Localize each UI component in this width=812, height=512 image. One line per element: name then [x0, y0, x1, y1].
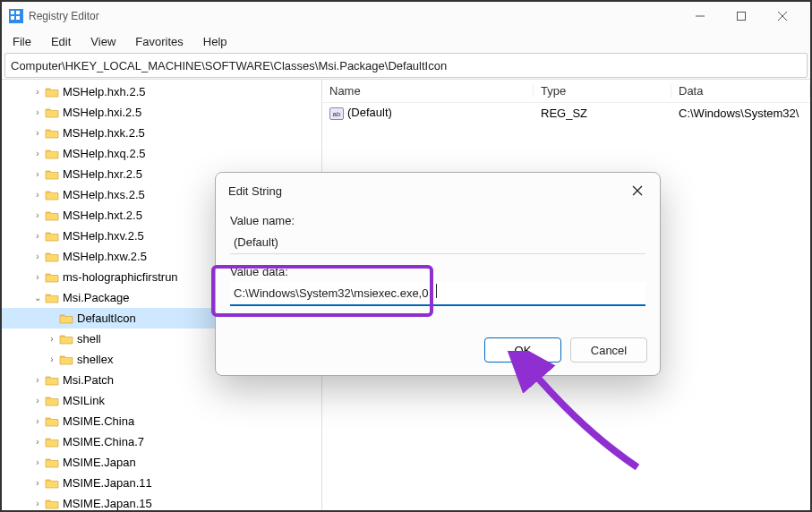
cell-name: ab(Default) [322, 106, 534, 121]
menu-view[interactable]: View [81, 33, 124, 50]
dialog-title: Edit String [228, 184, 628, 198]
tree-item-label: MSHelp.hxq.2.5 [63, 147, 146, 160]
chevron-right-icon[interactable]: › [30, 107, 45, 117]
value-name-field[interactable]: (Default) [230, 231, 645, 254]
chevron-right-icon[interactable]: › [30, 457, 45, 467]
tree-item[interactable]: ›MSHelp.hxh.2.5 [2, 81, 321, 102]
col-header-type[interactable]: Type [534, 84, 671, 98]
cell-data: C:\Windows\System32\ [671, 107, 810, 120]
close-button[interactable] [762, 2, 803, 30]
tree-item[interactable]: ›MSIME.Japan.11 [2, 473, 321, 493]
chevron-right-icon[interactable]: › [30, 375, 45, 385]
tree-item-label: MSIME.Japan [63, 456, 136, 469]
chevron-right-icon[interactable]: › [30, 190, 45, 200]
tree-item-label: DefaultIcon [77, 311, 136, 325]
tree-item-label: MSIME.Japan.15 [63, 497, 152, 510]
tree-item-label: shellex [77, 353, 113, 366]
menu-file[interactable]: File [4, 33, 40, 50]
tree-item-label: MSHelp.hxw.2.5 [63, 250, 147, 263]
value-name-label: Value name: [230, 214, 645, 227]
chevron-right-icon[interactable]: › [30, 231, 45, 241]
chevron-right-icon[interactable]: › [30, 437, 45, 447]
svg-rect-2 [16, 11, 20, 14]
value-data-label: Value data: [230, 265, 645, 278]
list-header: Name Type Data [322, 80, 810, 103]
dialog-titlebar[interactable]: Edit String [216, 173, 660, 209]
tree-item-label: MSHelp.hxi.2.5 [63, 106, 141, 119]
col-header-name[interactable]: Name [322, 84, 534, 98]
tree-item-label: Msi.Patch [63, 373, 114, 387]
menu-help[interactable]: Help [194, 33, 236, 50]
tree-item[interactable]: ›MSIME.Japan [2, 452, 321, 473]
chevron-right-icon[interactable]: › [30, 252, 45, 261]
tree-item-label: MSHelp.hxh.2.5 [63, 85, 146, 98]
text-caret [436, 284, 437, 298]
svg-rect-4 [16, 16, 20, 20]
chevron-right-icon[interactable]: › [30, 416, 45, 426]
svg-rect-3 [11, 16, 14, 20]
tree-item-label: MSILink [63, 394, 105, 407]
tree-item-label: Msi.Package [63, 291, 129, 304]
titlebar[interactable]: Registry Editor [2, 2, 810, 30]
tree-item-label: shell [77, 332, 101, 346]
chevron-right-icon[interactable]: › [30, 499, 45, 508]
chevron-right-icon[interactable]: › [30, 478, 45, 488]
edit-string-dialog: Edit String Value name: (Default) Value … [215, 172, 661, 376]
tree-item[interactable]: ›MSIME.China.7 [2, 431, 321, 452]
list-row[interactable]: ab(Default) REG_SZ C:\Windows\System32\ [322, 103, 810, 123]
chevron-right-icon[interactable]: › [30, 169, 45, 179]
chevron-right-icon[interactable]: › [45, 334, 59, 344]
tree-item-label: MSIME.China [63, 414, 134, 428]
tree-item-label: MSHelp.hxt.2.5 [63, 209, 142, 222]
value-data-input[interactable] [230, 282, 645, 306]
col-header-data[interactable]: Data [671, 84, 810, 98]
chevron-right-icon[interactable]: › [30, 396, 45, 405]
tree-item[interactable]: ›MSHelp.hxq.2.5 [2, 143, 321, 164]
svg-rect-6 [738, 13, 746, 21]
chevron-right-icon[interactable]: › [30, 87, 45, 97]
tree-item-label: MSHelp.hxr.2.5 [63, 167, 142, 181]
menubar: File Edit View Favorites Help [2, 30, 810, 52]
chevron-down-icon[interactable]: ⌄ [30, 293, 45, 303]
menu-edit[interactable]: Edit [42, 33, 80, 50]
tree-item-label: MSIME.Japan.11 [63, 476, 152, 490]
minimize-button[interactable] [680, 2, 721, 30]
address-bar[interactable]: Computer\HKEY_LOCAL_MACHINE\SOFTWARE\Cla… [4, 53, 808, 78]
tree-item[interactable]: ›MSHelp.hxi.2.5 [2, 102, 321, 123]
tree-item-label: ms-holographicfirstrun [63, 270, 178, 284]
tree-item-label: MSHelp.hxv.2.5 [63, 229, 144, 243]
tree-item[interactable]: ›MSIME.Japan.15 [2, 493, 321, 510]
cell-type: REG_SZ [534, 107, 671, 120]
menu-favorites[interactable]: Favorites [126, 33, 192, 50]
address-text: Computer\HKEY_LOCAL_MACHINE\SOFTWARE\Cla… [11, 59, 447, 73]
chevron-right-icon[interactable]: › [30, 272, 45, 282]
svg-rect-1 [11, 11, 14, 14]
chevron-right-icon[interactable]: › [30, 149, 45, 158]
tree-item-label: MSHelp.hxs.2.5 [63, 188, 145, 201]
dialog-body: Value name: (Default) Value data: [216, 209, 660, 337]
tree-item[interactable]: ›MSIME.China [2, 411, 321, 431]
app-icon [9, 9, 23, 23]
ok-button[interactable]: OK [484, 337, 561, 363]
window-title: Registry Editor [29, 10, 680, 22]
tree-item[interactable]: ›MSILink [2, 390, 321, 411]
chevron-right-icon[interactable]: › [30, 128, 45, 138]
tree-item-label: MSHelp.hxk.2.5 [63, 126, 145, 140]
tree-item-label: MSIME.China.7 [63, 435, 144, 448]
string-value-icon: ab [329, 107, 344, 120]
cancel-button[interactable]: Cancel [570, 337, 647, 363]
tree-item[interactable]: ›MSHelp.hxk.2.5 [2, 123, 321, 143]
chevron-right-icon[interactable]: › [30, 210, 45, 220]
chevron-right-icon[interactable]: › [45, 354, 59, 364]
dialog-close-button[interactable] [628, 181, 647, 201]
maximize-button[interactable] [721, 2, 762, 30]
dialog-buttons: OK Cancel [216, 337, 660, 375]
